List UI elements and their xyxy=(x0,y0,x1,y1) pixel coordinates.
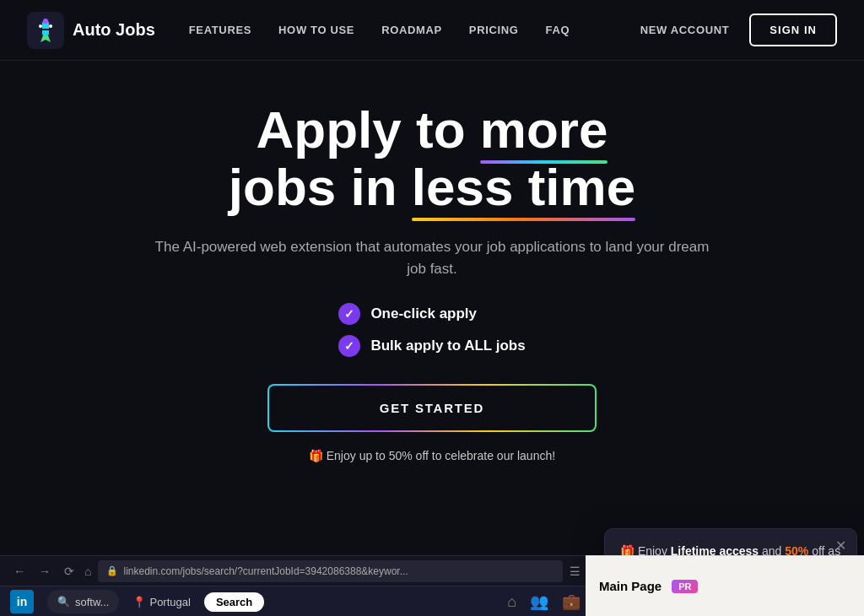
forward-button[interactable]: → xyxy=(35,563,54,580)
logo-text: Auto Jobs xyxy=(73,20,155,40)
get-started-button[interactable]: GET STARTED xyxy=(267,384,597,432)
refresh-button[interactable]: ⟳ xyxy=(61,563,78,580)
hero-title: Apply to more jobs in less time xyxy=(229,101,635,216)
feature-text-2: Bulk apply to ALL jobs xyxy=(370,338,525,354)
hero-title-less-time: less time xyxy=(412,159,635,216)
linkedin-search-button[interactable]: Search xyxy=(204,592,264,612)
home-button[interactable]: ⌂ xyxy=(84,565,91,578)
nav-roadmap[interactable]: ROADMAP xyxy=(381,24,442,36)
location-text: Portugal xyxy=(149,596,190,608)
feature-bulk-apply: Bulk apply to ALL jobs xyxy=(338,335,525,357)
svg-point-5 xyxy=(49,24,52,28)
navbar: Auto Jobs FEATURES HOW TO USE ROADMAP PR… xyxy=(0,0,864,61)
briefcase-icon-linkedin[interactable]: 💼 xyxy=(562,592,580,611)
linkedin-search-bar[interactable]: 🔍 softw... xyxy=(47,590,119,613)
popup-close-button[interactable]: ✕ xyxy=(835,538,846,554)
nav-links: FEATURES HOW TO USE ROADMAP PRICING FAQ xyxy=(189,24,640,36)
location-filter[interactable]: 📍 Portugal xyxy=(132,596,190,608)
browser-content: in 🔍 softw... 📍 Portugal Search ⌂ 👥 💼 xyxy=(0,586,591,616)
svg-rect-2 xyxy=(40,29,51,30)
check-icon-1 xyxy=(338,303,360,325)
linkedin-nav-icons: ⌂ 👥 💼 xyxy=(507,592,580,611)
bookmark-icon[interactable]: ☰ xyxy=(570,565,580,578)
logo-icon xyxy=(27,12,64,49)
new-account-link[interactable]: NEW ACCOUNT xyxy=(640,24,730,36)
nav-pricing[interactable]: PRICING xyxy=(469,24,519,36)
location-pin-icon: 📍 xyxy=(132,596,146,608)
nav-right: NEW ACCOUNT SIGN IN xyxy=(640,14,837,46)
browser-bar: ← → ⟳ ⌂ 🔒 linkedin.com/jobs/search/?curr… xyxy=(0,555,591,616)
svg-point-3 xyxy=(43,19,48,24)
sign-in-button[interactable]: SIGN IN xyxy=(749,14,837,46)
home-icon-linkedin[interactable]: ⌂ xyxy=(507,593,516,611)
search-icon-mini: 🔍 xyxy=(57,596,70,608)
logo[interactable]: Auto Jobs xyxy=(27,12,155,49)
nav-faq[interactable]: FAQ xyxy=(546,24,570,36)
back-button[interactable]: ← xyxy=(10,563,29,580)
url-bar[interactable]: 🔒 linkedin.com/jobs/search/?currentJobId… xyxy=(98,560,563,582)
nav-how-to-use[interactable]: HOW TO USE xyxy=(278,24,354,36)
promo-text: 🎁 Enjoy up to 50% off to celebrate our l… xyxy=(309,449,555,462)
search-text-mini: softw... xyxy=(75,596,109,608)
hero-section: Apply to more jobs in less time The AI-p… xyxy=(0,61,864,483)
features-list: One-click apply Bulk apply to ALL jobs xyxy=(338,303,525,357)
check-icon-2 xyxy=(338,335,360,357)
right-panel-preview: Main Page PR xyxy=(586,555,864,616)
nav-features[interactable]: FEATURES xyxy=(189,24,251,36)
linkedin-logo: in xyxy=(10,590,34,613)
feature-text-1: One-click apply xyxy=(370,305,477,322)
hero-title-more: more xyxy=(480,101,608,159)
main-page-label: Main Page xyxy=(599,579,662,593)
browser-nav-bar: ← → ⟳ ⌂ 🔒 linkedin.com/jobs/search/?curr… xyxy=(0,556,591,586)
feature-one-click: One-click apply xyxy=(338,303,477,325)
svg-point-4 xyxy=(39,24,42,28)
pr-badge: PR xyxy=(672,580,698,593)
hero-subtitle: The AI-powered web extension that automa… xyxy=(145,236,719,279)
lock-icon: 🔒 xyxy=(106,565,118,576)
url-text: linkedin.com/jobs/search/?currentJobId=3… xyxy=(123,565,408,577)
people-icon-linkedin[interactable]: 👥 xyxy=(530,592,548,611)
